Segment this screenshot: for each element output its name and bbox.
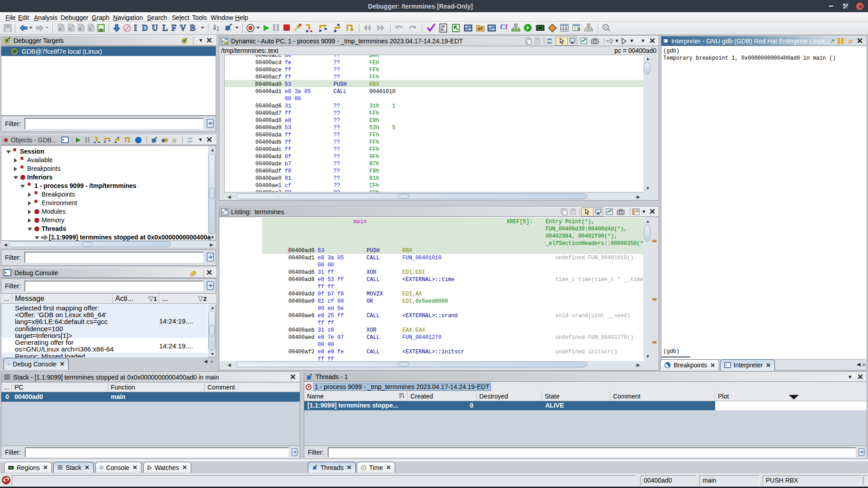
svg-text:DT: DT: [478, 27, 483, 31]
svg-text:01: 01: [441, 28, 444, 32]
